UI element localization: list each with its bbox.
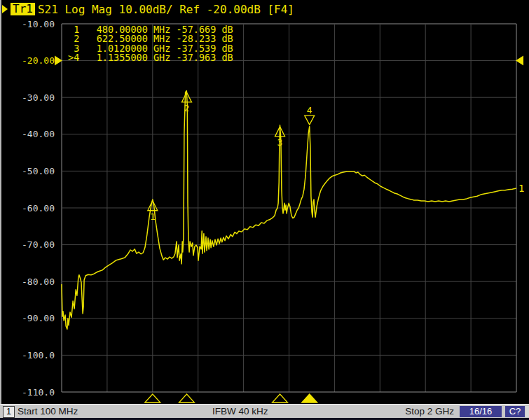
measurement-plot: 11234	[0, 0, 529, 420]
trace-end-number: 1	[518, 183, 524, 194]
y-axis-tick-label: -100.0	[1, 350, 55, 360]
y-axis-tick-label: -50.00	[1, 166, 55, 176]
sweep-points-indicator: 16/16	[460, 406, 502, 417]
stimulus-marker-2[interactable]	[179, 394, 194, 402]
marker-3-number: 3	[277, 137, 283, 148]
y-axis-tick-label: -20.00	[1, 55, 55, 66]
start-frequency-label: Start 100 MHz	[18, 406, 78, 416]
y-axis-tick-label: -110.0	[1, 387, 55, 398]
channel-indicator: 1	[3, 406, 15, 418]
marker-4-number: 4	[307, 105, 312, 115]
marker-table: 1 480.00000 MHz -57.669 dB 2 622.50000 M…	[68, 25, 233, 63]
stimulus-marker-4[interactable]	[302, 394, 317, 402]
ref-level-handle-left[interactable]	[55, 56, 62, 66]
ref-level-handle-right[interactable]	[516, 56, 523, 66]
stop-frequency-label: Stop 2 GHz	[405, 406, 454, 416]
marker-2-number: 2	[184, 103, 190, 113]
y-axis-tick-label: -60.00	[1, 203, 55, 214]
marker-4-glyph-active[interactable]	[305, 115, 315, 125]
marker-row-4-active: >4 1.1355000 GHz -37.963 dB	[68, 53, 233, 62]
y-axis-tick-label: -10.00	[1, 19, 55, 29]
y-axis-tick-label: -30.00	[1, 92, 55, 103]
stimulus-marker-1[interactable]	[145, 394, 160, 402]
y-axis-tick-label: -70.00	[1, 239, 55, 250]
cal-status-indicator: C?	[505, 406, 525, 417]
ifbw-label: IFBW 40 kHz	[212, 406, 268, 416]
y-axis-tick-label: -90.00	[1, 313, 55, 323]
stimulus-marker-3[interactable]	[273, 394, 288, 402]
y-axis-tick-label: -80.00	[1, 276, 55, 287]
vna-screen: Tr1 S21 Log Mag 10.00dB/ Ref -20.00dB [F…	[0, 0, 529, 420]
y-axis-tick-label: -40.00	[1, 129, 55, 139]
marker-1-number: 1	[150, 211, 156, 222]
status-bar: 1 Start 100 MHz IFBW 40 kHz Stop 2 GHz 1…	[0, 404, 529, 418]
statusbar-corner-chip	[525, 406, 529, 417]
